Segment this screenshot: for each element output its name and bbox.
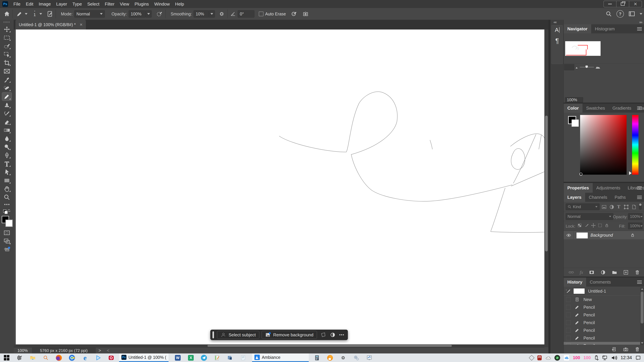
angle-field[interactable]: 0° [238, 10, 254, 17]
brush-size-preview[interactable]: 1 [34, 11, 36, 17]
new-layer-icon[interactable] [623, 270, 629, 275]
character-panel-icon[interactable]: A [552, 27, 563, 33]
document-tab[interactable]: Untitled-1 @ 100% (RGB/8#) * × [16, 20, 86, 29]
tab-channels[interactable]: Channels [585, 193, 611, 202]
tray-volume-icon[interactable] [611, 355, 617, 361]
delete-layer-icon[interactable] [634, 270, 640, 275]
utility-app-icon[interactable] [224, 354, 237, 362]
tool-spot-healing[interactable] [2, 84, 12, 92]
media-app-icon[interactable] [66, 354, 78, 362]
filter-adjustment-layers-icon[interactable] [609, 204, 615, 210]
word-icon[interactable]: W [171, 354, 184, 362]
tool-crop[interactable] [2, 59, 12, 67]
toolbar-ellipsis[interactable] [2, 201, 12, 207]
tool-frame[interactable] [2, 67, 12, 75]
dock-collapse-icon[interactable]: »» [639, 20, 642, 24]
help-icon[interactable]: ? [616, 10, 624, 17]
history-source-brush-icon[interactable] [565, 288, 571, 294]
auto-erase-checkbox[interactable] [259, 11, 264, 16]
menu-plugins[interactable]: Plugins [132, 0, 152, 8]
lock-transparency-icon[interactable] [577, 223, 582, 228]
tool-object-selection[interactable] [2, 50, 12, 59]
airbrush-toggle-icon[interactable] [156, 10, 163, 17]
paragraph-panel-icon[interactable]: ¶ [552, 37, 563, 44]
tray-indicator-100[interactable]: 100 [573, 355, 580, 360]
navigator-view-box[interactable] [566, 45, 588, 55]
tab-swatches[interactable]: Swatches [582, 104, 609, 113]
opacity-field[interactable]: 100% [129, 10, 146, 17]
smoothing-chevron[interactable] [209, 10, 215, 17]
layer-visibility-eye-icon[interactable] [566, 233, 572, 238]
filter-smart-objects-icon[interactable] [631, 204, 637, 210]
tray-diamond-icon[interactable] [529, 355, 534, 361]
tool-clone-stamp[interactable] [2, 101, 12, 109]
tool-preset-pencil-icon[interactable] [16, 10, 23, 17]
history-snapshot-row[interactable]: Untitled-1 [564, 287, 640, 295]
history-source-well[interactable] [566, 305, 571, 310]
menu-edit[interactable]: Edit [23, 0, 36, 8]
layer-thumbnail[interactable] [576, 232, 588, 239]
layers-blend-mode[interactable]: Normal [566, 213, 613, 220]
tool-zoom[interactable] [2, 193, 12, 201]
properties-menu-icon[interactable] [637, 186, 642, 190]
tool-history-brush[interactable] [2, 109, 12, 118]
task-view-button[interactable] [13, 354, 26, 362]
horizontal-scroll-thumb[interactable] [208, 345, 452, 347]
tool-rectangular-marquee[interactable] [2, 33, 12, 42]
taskbar-photoshop-task[interactable]: Ps Untitled-1 @ 100% (... [119, 354, 168, 362]
navigator-thumbnail[interactable] [565, 41, 600, 56]
scroll-up-icon[interactable] [641, 288, 643, 290]
document-close-icon[interactable]: × [80, 22, 82, 27]
workspace-switcher-icon[interactable] [628, 10, 635, 17]
tool-dodge[interactable] [2, 143, 12, 151]
edge-icon[interactable]: e [78, 354, 92, 362]
tab-comments[interactable]: Comments [586, 278, 615, 287]
telegram-icon[interactable] [198, 354, 210, 362]
zoom-out-icon[interactable] [575, 65, 580, 69]
new-group-icon[interactable] [612, 270, 617, 275]
link-layers-icon[interactable] [568, 270, 574, 275]
tool-preset-chevron-icon[interactable] [25, 13, 28, 15]
history-scroll-thumb[interactable] [641, 292, 644, 324]
navigator-menu-icon[interactable] [637, 27, 642, 30]
history-source-well[interactable] [566, 313, 571, 317]
color-saturation-box[interactable] [580, 115, 626, 175]
remove-background-button[interactable]: Remove background [262, 331, 317, 339]
select-subject-button[interactable]: Select subject [217, 331, 259, 339]
more-options-icon[interactable]: ••• [338, 333, 346, 337]
color-picker-ring[interactable] [580, 173, 582, 176]
filter-type-layers-icon[interactable]: T [617, 204, 620, 210]
color-menu-icon[interactable] [637, 107, 642, 110]
smoothing-field[interactable]: 10% [194, 10, 209, 17]
lock-all-icon[interactable] [604, 223, 609, 228]
text-editor-icon[interactable] [210, 354, 224, 362]
tray-clock[interactable]: 12:34 [620, 355, 632, 360]
layer-filter-toggle[interactable] [639, 203, 642, 210]
tab-properties[interactable]: Properties [564, 183, 593, 193]
restore-button[interactable] [616, 1, 629, 7]
scroll-down-icon[interactable] [641, 342, 643, 344]
tool-lasso[interactable] [2, 42, 12, 50]
pressure-opacity-icon[interactable] [291, 10, 298, 17]
canvas-horizontal-scrollbar[interactable] [14, 345, 544, 347]
services-gears-icon[interactable] [350, 354, 363, 362]
tool-pencil-selected[interactable] [2, 92, 12, 101]
adjustment-icon[interactable] [329, 332, 336, 338]
tool-blur[interactable] [2, 134, 12, 143]
movies-app-icon[interactable] [92, 354, 105, 362]
photoshop-logo[interactable]: Ps [2, 1, 8, 7]
menu-image[interactable]: Image [36, 0, 54, 8]
weather-app-icon[interactable] [324, 354, 336, 362]
history-step-pencil[interactable]: Pencil [564, 303, 640, 311]
layer-style-fx-icon[interactable]: fx [580, 270, 583, 275]
history-source-well[interactable] [566, 336, 571, 340]
history-source-well[interactable] [566, 297, 571, 302]
tool-eyedropper[interactable] [2, 75, 12, 84]
tool-type[interactable] [2, 160, 12, 168]
background-color-swatch[interactable] [5, 220, 13, 227]
notification-center-icon[interactable] [635, 355, 641, 361]
search-icon[interactable] [606, 10, 612, 17]
menu-filter[interactable]: Filter [102, 0, 117, 8]
menu-select[interactable]: Select [84, 0, 102, 8]
navigator-zoom-value[interactable]: 100% [565, 97, 583, 103]
